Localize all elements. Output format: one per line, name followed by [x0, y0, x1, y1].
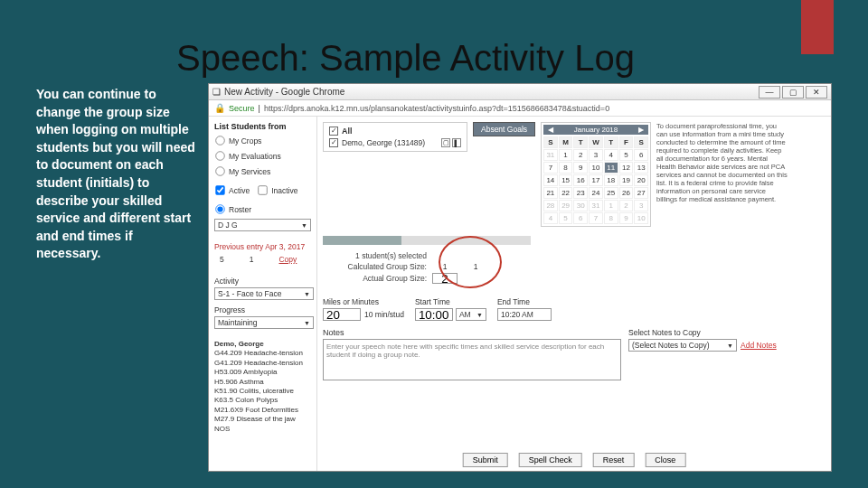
check-label: Inactive — [271, 186, 297, 195]
radio-my-evaluations[interactable]: My Evaluations — [214, 150, 311, 162]
cal-day[interactable]: 10 — [589, 162, 603, 174]
minimize-button[interactable]: — — [759, 86, 780, 99]
lock-icon: 🔒 — [214, 103, 225, 113]
cal-day[interactable]: 7 — [543, 162, 558, 174]
notes-textarea[interactable]: Enter your speech note here with specifi… — [323, 339, 621, 380]
cal-day[interactable]: 21 — [543, 187, 558, 199]
cal-prev-icon[interactable]: ◀ — [546, 126, 555, 134]
cal-day[interactable]: 9 — [619, 212, 634, 224]
cal-day[interactable]: 27 — [634, 187, 648, 199]
absent-goals-button[interactable]: Absent Goals — [473, 122, 535, 136]
spell-check-button[interactable]: Spell Check — [519, 453, 582, 467]
actual-group-label: Actual Group Size: — [323, 274, 427, 283]
radio-roster[interactable]: Roster — [214, 203, 251, 215]
check-all[interactable] — [329, 127, 338, 136]
reset-button[interactable]: Reset — [593, 453, 635, 467]
cal-day[interactable]: 18 — [604, 174, 618, 186]
cal-dow: T — [573, 136, 588, 148]
cal-dow: F — [619, 136, 634, 148]
chevron-down-icon: ▼ — [476, 312, 483, 318]
notes-label: Notes — [323, 328, 621, 337]
dx-line: K51.90 Colitis, ulcerative — [214, 387, 311, 396]
cal-day[interactable]: 29 — [559, 200, 573, 211]
maximize-button[interactable]: ▢ — [782, 86, 804, 99]
cal-day[interactable]: 14 — [543, 174, 558, 186]
cal-day[interactable]: 8 — [604, 212, 618, 224]
cal-day[interactable]: 26 — [619, 187, 634, 199]
cal-day[interactable]: 1 — [604, 200, 618, 211]
cal-day[interactable]: 28 — [543, 200, 558, 211]
cal-dow: W — [589, 136, 603, 148]
cal-day[interactable]: 8 — [559, 162, 573, 174]
cal-day[interactable]: 15 — [559, 174, 573, 186]
cal-day[interactable]: 5 — [619, 149, 634, 161]
cal-day[interactable]: 3 — [589, 149, 603, 161]
cal-day[interactable]: 24 — [589, 187, 603, 199]
actual-group-input[interactable] — [432, 273, 458, 284]
miles-unit: 10 min/stud — [364, 310, 404, 319]
submit-button[interactable]: Submit — [463, 453, 508, 467]
cal-day[interactable]: 30 — [573, 200, 588, 211]
dx-line: K63.5 Colon Polyps — [214, 396, 311, 405]
start-time-input[interactable] — [415, 308, 453, 321]
progress-value: Maintaining — [218, 318, 257, 327]
start-time-label: Start Time — [415, 297, 486, 306]
cal-day[interactable]: 12 — [619, 162, 634, 174]
cal-day[interactable]: 2 — [619, 200, 634, 211]
cal-dow: S — [543, 136, 558, 148]
cal-day[interactable]: 4 — [604, 149, 618, 161]
end-time-value: 10:20 AM — [497, 308, 552, 321]
miles-input[interactable] — [323, 308, 361, 321]
ampm-dropdown[interactable]: AM▼ — [456, 308, 486, 321]
radio-my-services[interactable]: My Services — [214, 165, 311, 177]
cal-day[interactable]: 13 — [634, 162, 648, 174]
copy-link[interactable]: Copy — [278, 255, 297, 264]
cal-day[interactable]: 10 — [634, 212, 648, 224]
cal-day[interactable]: 6 — [573, 212, 588, 224]
progress-dropdown[interactable]: Maintaining▼ — [214, 316, 314, 329]
cal-day[interactable]: 5 — [559, 212, 573, 224]
check-student[interactable] — [329, 138, 338, 147]
cal-day[interactable]: 3 — [634, 200, 648, 211]
activity-dropdown[interactable]: S-1 - Face to Face▼ — [214, 287, 314, 300]
cal-day[interactable]: 17 — [589, 174, 603, 186]
cal-day[interactable]: 20 — [634, 174, 648, 186]
calc-group-label: Calculated Group Size: — [323, 262, 427, 271]
cal-day[interactable]: 7 — [589, 212, 603, 224]
chevron-down-icon: ▼ — [727, 343, 733, 349]
page-icon: ❏ — [212, 87, 221, 97]
select-notes-dropdown[interactable]: (Select Notes to Copy)▼ — [628, 339, 737, 352]
select-notes-value: (Select Notes to Copy) — [632, 341, 710, 350]
scroll-slider[interactable] — [323, 236, 826, 245]
calc-group-extra: 1 — [463, 262, 488, 271]
student-box-icon[interactable]: ▢ — [441, 138, 450, 147]
prev-val-b: 1 — [250, 255, 254, 264]
cal-day[interactable]: 25 — [604, 187, 618, 199]
close-button[interactable]: Close — [645, 453, 685, 467]
radio-my-crops[interactable]: My Crops — [214, 135, 311, 146]
cal-next-icon[interactable]: ▶ — [637, 126, 646, 134]
student-flag-icon[interactable]: ▌ — [452, 138, 461, 147]
dx-line: H53.009 Amblyopia — [214, 368, 311, 377]
add-notes-link[interactable]: Add Notes — [741, 341, 777, 350]
cal-day[interactable]: 22 — [559, 187, 573, 199]
slide-caption: You can continue to change the group siz… — [36, 86, 197, 263]
cal-day[interactable]: 19 — [619, 174, 634, 186]
check-active[interactable]: Active — [214, 184, 250, 196]
cal-day[interactable]: 23 — [573, 187, 588, 199]
cal-day[interactable]: 6 — [634, 149, 648, 161]
cal-day[interactable]: 31 — [543, 149, 558, 161]
close-window-button[interactable]: ✕ — [806, 86, 827, 99]
check-inactive[interactable]: Inactive — [257, 184, 297, 196]
roster-dropdown[interactable]: D J G▼ — [214, 219, 311, 231]
cal-day[interactable]: 4 — [543, 212, 558, 224]
cal-day[interactable]: 1 — [559, 149, 573, 161]
address-bar: 🔒 Secure | https://dprs.anoka.k12.mn.us/… — [209, 100, 831, 117]
cal-day[interactable]: 31 — [589, 200, 603, 211]
cal-day[interactable]: 16 — [573, 174, 588, 186]
activity-label: Activity — [214, 277, 311, 286]
cal-day[interactable]: 11 — [604, 162, 618, 174]
cal-day[interactable]: 2 — [573, 149, 588, 161]
cal-day[interactable]: 9 — [573, 162, 588, 174]
radio-label: My Evaluations — [229, 152, 281, 161]
